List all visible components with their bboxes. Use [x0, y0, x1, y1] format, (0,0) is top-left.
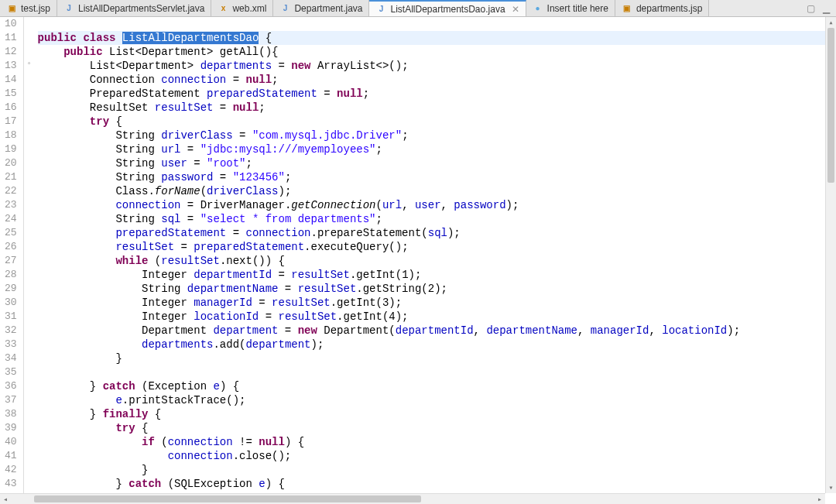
maximize-icon[interactable]: ▢	[805, 3, 816, 14]
annotation-marker	[24, 338, 35, 351]
annotation-marker	[24, 184, 35, 198]
line-number: 24	[5, 212, 17, 226]
annotation-marker	[24, 87, 35, 101]
code-line-19[interactable]: String url = "jdbc:mysql:///myemployees"…	[38, 142, 836, 156]
java-icon: J	[279, 3, 290, 14]
scrollbar-thumb[interactable]	[34, 495, 421, 502]
annotation-marker	[24, 463, 35, 477]
xml-icon: x	[218, 3, 228, 14]
annotation-marker	[24, 296, 35, 310]
code-line-40[interactable]: if (connection != null) {	[38, 435, 836, 449]
annotation-marker	[24, 435, 35, 449]
tab-label: test.jsp	[21, 3, 50, 14]
line-number: 20	[5, 156, 17, 170]
code-line-27[interactable]: while (resultSet.next()) {	[38, 254, 836, 268]
web-icon: ●	[533, 3, 543, 14]
code-line-21[interactable]: String password = "123456";	[38, 170, 836, 184]
code-line-20[interactable]: String user = "root";	[38, 156, 836, 170]
line-number: 42	[5, 463, 17, 477]
tab-web-xml[interactable]: xweb.xml	[211, 0, 273, 16]
code-line-28[interactable]: Integer departmentId = resultSet.getInt(…	[38, 268, 836, 282]
code-line-13[interactable]: List<Department> departments = new Array…	[38, 59, 836, 73]
scroll-down-icon[interactable]: ▾	[826, 482, 836, 493]
tab-listalldepartmentsdao-java[interactable]: JListAllDepartmentsDao.java✕	[369, 0, 526, 16]
line-number: 40	[5, 435, 17, 449]
code-line-26[interactable]: resultSet = preparedStatement.executeQue…	[38, 240, 836, 254]
code-line-43[interactable]: } catch (SQLException e) {	[38, 477, 836, 491]
line-number: 22	[5, 184, 17, 198]
line-number: 33	[5, 338, 17, 351]
line-number: 43	[5, 477, 17, 491]
annotation-marker	[24, 351, 35, 365]
code-line-35[interactable]	[38, 365, 836, 379]
code-line-36[interactable]: } catch (Exception e) {	[38, 379, 836, 393]
line-number: 17	[5, 115, 17, 129]
code-line-25[interactable]: preparedStatement = connection.prepareSt…	[38, 226, 836, 240]
code-line-29[interactable]: String departmentName = resultSet.getStr…	[38, 282, 836, 296]
code-line-24[interactable]: String sql = "select * from departments"…	[38, 212, 836, 226]
line-number: 14	[5, 73, 17, 87]
code-line-16[interactable]: ResultSet resultSet = null;	[38, 101, 836, 115]
code-line-10[interactable]: 󠀠	[38, 17, 836, 31]
tab-listalldepartmentsservlet-java[interactable]: JListAllDepartmentsServlet.java	[57, 0, 211, 16]
annotation-marker	[24, 73, 35, 87]
code-line-14[interactable]: Connection connection = null;	[38, 73, 836, 87]
line-number: 35	[5, 365, 17, 379]
annotation-marker	[24, 240, 35, 254]
code-line-41[interactable]: connection.close();	[38, 449, 836, 463]
scroll-up-icon[interactable]: ▴	[826, 17, 836, 28]
annotation-marker	[24, 407, 35, 421]
line-number: 15	[5, 87, 17, 101]
tab-label: ListAllDepartmentsServlet.java	[78, 3, 204, 14]
annotation-marker	[24, 421, 35, 435]
code-line-42[interactable]: }	[38, 463, 836, 477]
code-line-39[interactable]: try {	[38, 421, 836, 435]
code-line-22[interactable]: Class.forName(driverClass);	[38, 184, 836, 198]
line-number: 31	[5, 310, 17, 324]
code-line-34[interactable]: }	[38, 351, 836, 365]
scroll-left-icon[interactable]: ◂	[0, 494, 11, 504]
close-tab-icon[interactable]: ✕	[512, 4, 519, 15]
annotation-marker	[24, 477, 35, 491]
code-line-31[interactable]: Integer locationId = resultSet.getInt(4)…	[38, 310, 836, 324]
line-number: 32	[5, 324, 17, 338]
code-line-17[interactable]: try {	[38, 115, 836, 129]
scroll-right-icon[interactable]: ▸	[814, 494, 825, 504]
code-line-15[interactable]: PreparedStatement preparedStatement = nu…	[38, 87, 836, 101]
tab-label: Insert title here	[547, 3, 608, 14]
code-line-12[interactable]: public List<Department> getAll(){	[38, 45, 836, 59]
annotation-ruler: ◦	[24, 17, 35, 504]
code-line-37[interactable]: e.printStackTrace();	[38, 393, 836, 407]
code-line-32[interactable]: Department department = new Department(d…	[38, 324, 836, 338]
line-number: 26	[5, 240, 17, 254]
tab-test-jsp[interactable]: ▣test.jsp	[0, 0, 57, 16]
line-number: 29	[5, 282, 17, 296]
tab-insert-title-here[interactable]: ●Insert title here	[526, 0, 615, 16]
line-number: 23	[5, 198, 17, 212]
annotation-marker	[24, 365, 35, 379]
code-line-33[interactable]: departments.add(department);	[38, 338, 836, 351]
annotation-marker	[24, 268, 35, 282]
code-line-11[interactable]: public class ListAllDepartmentsDao {	[38, 31, 836, 45]
annotation-marker	[24, 45, 35, 59]
line-number: 11	[5, 31, 17, 45]
code-line-30[interactable]: Integer managerId = resultSet.getInt(3);	[38, 296, 836, 310]
code-line-18[interactable]: String driverClass = "com.mysql.jdbc.Dri…	[38, 129, 836, 142]
annotation-marker	[24, 156, 35, 170]
tab-department-java[interactable]: JDepartment.java	[273, 0, 369, 16]
horizontal-scrollbar[interactable]: ◂ ▸	[0, 493, 825, 504]
line-number: 18	[5, 129, 17, 142]
code-line-38[interactable]: } finally {	[38, 407, 836, 421]
minimize-icon[interactable]: ▁	[821, 3, 831, 14]
scrollbar-thumb[interactable]	[827, 28, 834, 183]
tab-label: Department.java	[294, 3, 362, 14]
line-number: 28	[5, 268, 17, 282]
code-area[interactable]: 󠀠public class ListAllDepartmentsDao { pu…	[35, 17, 836, 504]
annotation-marker	[24, 254, 35, 268]
tab-departments-jsp[interactable]: ▣departments.jsp	[615, 0, 709, 16]
annotation-marker	[24, 282, 35, 296]
code-line-23[interactable]: connection = DriverManager.getConnection…	[38, 198, 836, 212]
vertical-scrollbar[interactable]: ▴ ▾	[825, 17, 836, 493]
line-number: 16	[5, 101, 17, 115]
line-number: 30	[5, 296, 17, 310]
